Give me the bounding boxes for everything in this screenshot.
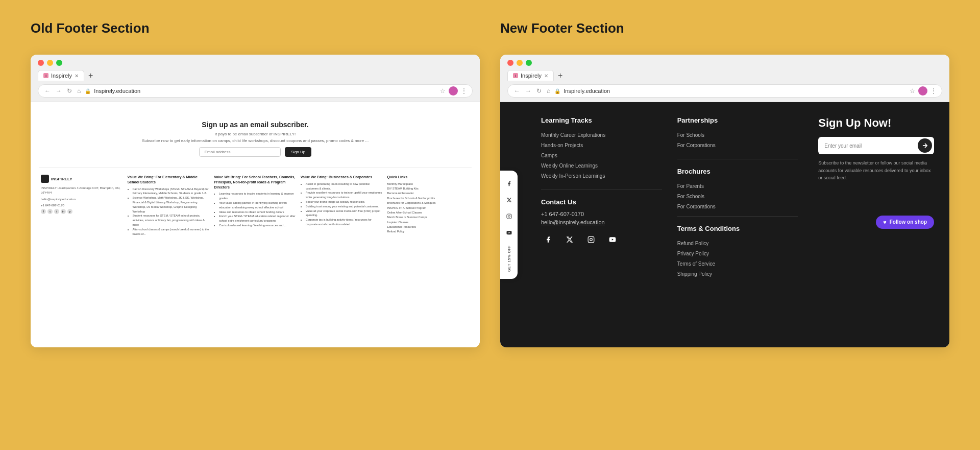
old-instagram-icon[interactable]: i: [54, 209, 59, 214]
partnership-link[interactable]: For Corporations: [677, 140, 798, 151]
home-btn[interactable]: ⌂: [546, 87, 551, 94]
old-col-quicklinks: Quick Links Monthly Marketplace DIY STEA…: [387, 175, 470, 236]
footer-twitter-icon[interactable]: [562, 232, 577, 247]
brochures-title: Brochures: [677, 168, 798, 175]
traffic-light-yellow[interactable]: [517, 60, 523, 66]
old-address-bar: ← → ↻ ⌂ 🔒 Inspirely.education ☆ ⋮: [38, 84, 473, 98]
follow-shop-label: Follow on shop: [890, 219, 927, 225]
old-social-row: f t i in y: [41, 209, 124, 214]
brochure-link[interactable]: For Schools: [677, 192, 798, 202]
quick-link: INSPIRE IT: AI School Program: [387, 206, 470, 210]
footer-divider: [677, 216, 798, 217]
quick-link: Brochures for Schools & Not for profits: [387, 196, 470, 201]
learning-track-link[interactable]: Hands-on Projects: [541, 140, 662, 151]
old-col-info: INSPIRELY INSPIRELY Headquarters 4 Armit…: [41, 175, 124, 236]
contact-email[interactable]: hello@inspirely.education: [541, 219, 662, 225]
list-item: Ideas and resources to obtain school fun…: [219, 210, 297, 215]
new-tab-btn[interactable]: +: [86, 71, 95, 80]
old-signup-button[interactable]: Sign Up: [285, 147, 311, 157]
follow-shop-container: ♥ Follow on shop: [818, 190, 934, 229]
side-twitter-icon[interactable]: [503, 194, 514, 205]
old-browser-tab[interactable]: I Inspirely ✕: [38, 70, 84, 81]
tab-close-btn[interactable]: ✕: [75, 73, 79, 79]
old-col-schools: Value We Bring: For School Teachers, Cou…: [214, 175, 297, 236]
email-submit-button[interactable]: [918, 138, 932, 153]
back-btn[interactable]: ←: [513, 87, 521, 94]
reload-btn[interactable]: ↻: [66, 87, 73, 94]
footer-facebook-icon[interactable]: [541, 232, 555, 247]
address-text[interactable]: Inspirely.education: [94, 88, 437, 94]
svg-rect-0: [506, 214, 511, 219]
menu-dots-icon[interactable]: ⋮: [930, 87, 937, 94]
learning-track-link[interactable]: Weekly In-Person Learnings: [541, 171, 662, 181]
user-avatar[interactable]: [918, 86, 927, 96]
brochure-link[interactable]: For Parents: [677, 181, 798, 192]
old-col4-title: Value We Bring: Businesses & Corporates: [301, 175, 383, 180]
old-facebook-icon[interactable]: f: [41, 209, 46, 214]
new-footer-main-grid: Learning Tracks Monthly Career Explorati…: [516, 116, 934, 279]
list-item: Learning resources to inspire students i…: [219, 192, 297, 201]
traffic-light-green[interactable]: [56, 60, 62, 66]
old-logo-icon: [41, 175, 49, 183]
learning-tracks-title: Learning Tracks: [541, 116, 662, 124]
new-address-bar: ← → ↻ ⌂ 🔒 Inspirely.education ☆ ⋮: [507, 84, 942, 98]
home-btn[interactable]: ⌂: [76, 87, 82, 94]
follow-on-shop-badge[interactable]: ♥ Follow on shop: [876, 216, 934, 229]
footer-youtube-icon[interactable]: [605, 232, 620, 247]
list-item: Patrish Discovery Workshops (STEM / STEA…: [133, 187, 210, 196]
back-btn[interactable]: ←: [43, 87, 52, 94]
brochure-link[interactable]: For Corporations: [677, 202, 798, 212]
bookmark-icon[interactable]: ☆: [910, 87, 915, 94]
old-twitter-icon[interactable]: t: [47, 209, 53, 214]
new-browser-chrome: I Inspirely ✕ + ← → ↻ ⌂ 🔒 Inspirely.educ…: [500, 55, 949, 102]
learning-track-link[interactable]: Weekly Online Learnings: [541, 161, 662, 171]
partnerships-section: Partnerships For Schools For Corporation…: [677, 116, 798, 151]
terms-link[interactable]: Terms of Service: [677, 259, 798, 269]
user-avatar[interactable]: [449, 86, 458, 96]
list-item: Student resources for STEM / STEAM schoo…: [133, 214, 210, 227]
old-youtube-icon[interactable]: y: [67, 209, 72, 214]
old-linkedin-icon[interactable]: in: [61, 209, 66, 214]
tab-favicon: I: [513, 73, 518, 78]
svg-point-5: [590, 239, 593, 241]
tab-title: Inspirely: [51, 73, 72, 79]
side-promo-text[interactable]: GET 15% OFF: [507, 245, 511, 272]
terms-link[interactable]: Refund Policy: [677, 239, 798, 249]
new-address-text[interactable]: Inspirely.education: [564, 88, 906, 94]
traffic-light-red[interactable]: [507, 60, 513, 66]
traffic-light-yellow[interactable]: [47, 60, 53, 66]
contact-phone: +1 647-607-0170: [541, 211, 662, 217]
traffic-light-red[interactable]: [38, 60, 44, 66]
menu-dots-icon[interactable]: ⋮: [461, 87, 467, 94]
partnerships-title: Partnerships: [677, 116, 798, 124]
tab-close-btn[interactable]: ✕: [544, 73, 548, 79]
new-tab-bar: I Inspirely ✕ +: [507, 70, 942, 81]
terms-link[interactable]: Privacy Policy: [677, 249, 798, 259]
side-facebook-icon[interactable]: [503, 178, 514, 189]
bookmark-icon[interactable]: ☆: [440, 87, 446, 94]
new-browser-tab[interactable]: I Inspirely ✕: [507, 70, 554, 81]
side-instagram-icon[interactable]: [503, 210, 514, 222]
reload-btn[interactable]: ↻: [535, 87, 543, 94]
list-item: Corporate tax is building activity ideas…: [306, 218, 383, 227]
learning-track-link[interactable]: Camps: [541, 151, 662, 161]
old-col4-list: Assist in generating leads resulting to …: [301, 182, 383, 227]
heart-icon: ♥: [883, 219, 887, 225]
svg-point-2: [510, 215, 510, 215]
old-email-input[interactable]: [199, 147, 281, 157]
old-footer-columns: INSPIRELY INSPIRELY Headquarters 4 Armit…: [39, 175, 472, 236]
forward-btn[interactable]: →: [524, 87, 532, 94]
learning-tracks-section: Learning Tracks Monthly Career Explorati…: [541, 116, 662, 181]
list-item: Curriculum based learning / teaching res…: [219, 223, 297, 228]
footer-instagram-icon[interactable]: [584, 232, 598, 247]
traffic-light-green[interactable]: [526, 60, 532, 66]
forward-btn[interactable]: →: [55, 87, 63, 94]
side-youtube-icon[interactable]: [503, 227, 514, 238]
new-tab-btn[interactable]: +: [556, 71, 565, 80]
new-email-input[interactable]: [824, 143, 915, 149]
learning-track-link[interactable]: Monthly Career Explorations: [541, 130, 662, 140]
partnership-link[interactable]: For Schools: [677, 130, 798, 140]
signup-title: Sign Up Now!: [818, 116, 934, 130]
terms-link[interactable]: Shipping Policy: [677, 269, 798, 279]
quick-link: Online After-School Classes: [387, 210, 470, 215]
